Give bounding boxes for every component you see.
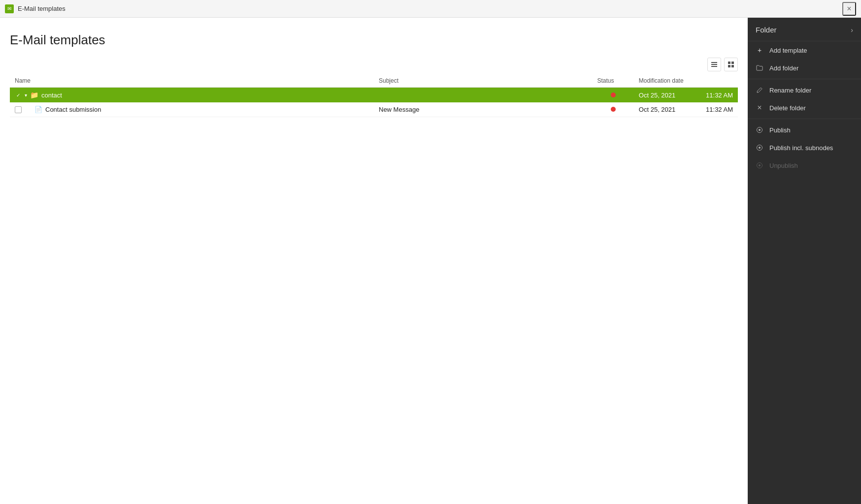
publish-subnodes-icon (756, 144, 763, 152)
templates-table: Name Subject Status Modification date ▾ … (10, 74, 738, 117)
add-folder-item[interactable]: Add folder (748, 59, 861, 77)
grid-view-button[interactable] (724, 58, 738, 71)
template-row[interactable]: 📄 Contact submission New Message Oct 25,… (10, 102, 738, 117)
delete-folder-item[interactable]: × Delete folder (748, 99, 861, 117)
rename-folder-label: Rename folder (769, 87, 811, 94)
folder-name-label: contact (41, 92, 62, 99)
svg-point-12 (759, 164, 761, 166)
folder-checkbox[interactable] (15, 92, 22, 98)
folder-icon: 📁 (30, 91, 38, 99)
add-template-label: Add template (769, 47, 807, 54)
add-template-icon: + (756, 46, 763, 54)
list-view-icon (711, 61, 718, 68)
template-status-dot (611, 107, 616, 112)
folder-row-name-cell: ▾ 📁 contact (10, 88, 374, 103)
panel-divider-1 (748, 79, 861, 79)
unpublish-icon (756, 161, 763, 169)
svg-rect-1 (711, 64, 717, 65)
svg-rect-6 (731, 65, 734, 67)
template-name-cell: 📄 Contact submission (10, 102, 374, 117)
add-template-item[interactable]: + Add template (748, 41, 861, 59)
right-panel: Folder › + Add template Add folder (748, 18, 861, 504)
svg-point-8 (759, 129, 761, 131)
add-folder-label: Add folder (769, 64, 798, 72)
delete-folder-label: Delete folder (769, 104, 806, 112)
publish-subnodes-label: Publish incl. subnodes (769, 144, 833, 152)
svg-rect-2 (711, 66, 717, 67)
template-name-label: Contact submission (45, 106, 101, 113)
delete-folder-icon: × (756, 104, 763, 112)
right-panel-header: Folder › (748, 18, 861, 41)
list-view-button[interactable] (707, 58, 721, 71)
right-panel-chevron[interactable]: › (851, 26, 853, 34)
content-panel: E-Mail templates (0, 18, 748, 504)
template-modtime-cell: 11:32 AM (696, 102, 738, 117)
col-header-status: Status (592, 74, 633, 88)
folder-row[interactable]: ▾ 📁 contact Oct 25, 2021 11:32 AM (10, 88, 738, 103)
template-status-cell (592, 102, 633, 117)
title-bar-label: E-Mail templates (18, 5, 66, 12)
app-icon: ✉ (5, 4, 14, 13)
folder-name-content: ▾ 📁 contact (15, 91, 369, 99)
folder-subject-cell (374, 88, 592, 103)
folder-modtime-cell: 11:32 AM (696, 88, 738, 103)
template-checkbox[interactable] (15, 106, 22, 113)
close-button[interactable]: × (842, 2, 856, 16)
main-area: E-Mail templates (0, 18, 861, 504)
svg-point-10 (759, 147, 761, 149)
svg-rect-3 (728, 62, 730, 64)
rename-folder-item[interactable]: Rename folder (748, 81, 861, 99)
folder-chevron[interactable]: ▾ (25, 93, 27, 98)
page-title: E-Mail templates (10, 32, 738, 48)
svg-rect-0 (711, 62, 717, 63)
svg-rect-4 (731, 62, 734, 64)
toolbar (10, 58, 738, 71)
unpublish-label: Unpublish (769, 162, 798, 169)
col-header-modtime (696, 74, 738, 88)
col-header-moddate: Modification date (634, 74, 696, 88)
template-moddate-cell: Oct 25, 2021 (634, 102, 696, 117)
publish-subnodes-item[interactable]: Publish incl. subnodes (748, 139, 861, 157)
grid-view-icon (728, 61, 734, 68)
publish-icon (756, 126, 763, 134)
col-header-name: Name (10, 74, 374, 88)
publish-label: Publish (769, 126, 791, 134)
col-header-subject: Subject (374, 74, 592, 88)
rename-folder-icon (756, 86, 763, 94)
folder-status-dot (611, 93, 616, 97)
title-bar: ✉ E-Mail templates × (0, 0, 861, 18)
svg-rect-5 (728, 65, 730, 67)
panel-divider-2 (748, 119, 861, 119)
publish-item[interactable]: Publish (748, 121, 861, 139)
unpublish-item: Unpublish (748, 157, 861, 174)
template-name-content: 📄 Contact submission (15, 106, 369, 113)
right-panel-title: Folder (756, 26, 777, 34)
template-subject-cell: New Message (374, 102, 592, 117)
add-folder-icon (756, 64, 763, 72)
folder-moddate-cell: Oct 25, 2021 (634, 88, 696, 103)
folder-status-cell (592, 88, 633, 103)
template-icon: 📄 (34, 106, 42, 113)
